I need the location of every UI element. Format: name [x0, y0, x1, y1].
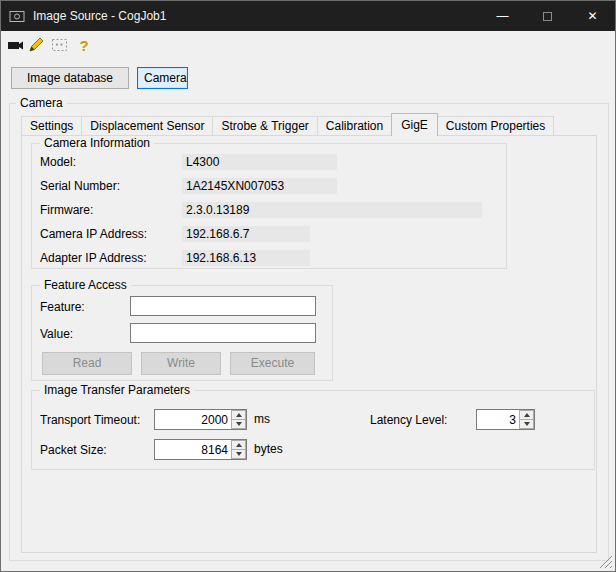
firmware-label: Firmware: [40, 202, 93, 218]
value-input[interactable] [130, 323, 316, 343]
transport-timeout-label: Transport Timeout: [40, 412, 140, 428]
spin-up-button[interactable] [231, 440, 246, 449]
camera-ip-value: 192.168.6.7 [182, 226, 310, 242]
adapter-ip-label: Adapter IP Address: [40, 250, 147, 266]
packet-size-label: Packet Size: [40, 442, 107, 458]
adapter-ip-value: 192.168.6.13 [182, 250, 310, 266]
transport-timeout-spinner[interactable]: 2000 [154, 409, 247, 430]
camera-information-title: Camera Information [40, 136, 154, 150]
packet-size-value[interactable]: 8164 [155, 440, 231, 459]
camera-information-group: Camera Information Model: L4300 Serial N… [31, 143, 507, 269]
model-value: L4300 [182, 154, 337, 170]
tab-gige[interactable]: GigE [391, 113, 438, 136]
close-button[interactable]: ✕ [570, 1, 615, 31]
packet-size-unit: bytes [254, 442, 283, 456]
spin-down-button[interactable] [231, 419, 246, 429]
maximize-button[interactable] [525, 1, 570, 31]
tab-strip: Settings Displacement Sensor Strobe & Tr… [21, 112, 553, 135]
value-label: Value: [40, 326, 73, 342]
latency-level-spin-buttons [519, 410, 534, 429]
window-title: Image Source - CogJob1 [33, 9, 166, 23]
maximize-icon [543, 12, 552, 21]
down-arrow-icon [236, 422, 242, 426]
packet-size-spin-buttons [231, 440, 246, 459]
spin-up-button[interactable] [519, 410, 534, 419]
tab-custom-properties[interactable]: Custom Properties [437, 116, 554, 135]
tab-settings[interactable]: Settings [21, 116, 82, 135]
help-icon[interactable]: ? [75, 37, 93, 53]
up-arrow-icon [524, 413, 530, 417]
up-arrow-icon [236, 413, 242, 417]
transport-timeout-value[interactable]: 2000 [155, 410, 231, 429]
tab-strobe-trigger[interactable]: Strobe & Trigger [212, 116, 317, 135]
titlebar[interactable]: Image Source - CogJob1 — ✕ [1, 1, 615, 31]
serial-number-value: 1A2145XN007053 [182, 178, 337, 194]
tab-calibration[interactable]: Calibration [317, 116, 392, 135]
minimize-button[interactable]: — [480, 1, 525, 31]
latency-level-label: Latency Level: [370, 412, 447, 428]
selection-grid-icon[interactable] [51, 37, 69, 53]
window-controls: — ✕ [480, 1, 615, 31]
edit-pencil-icon[interactable] [28, 37, 46, 53]
image-transfer-parameters-title: Image Transfer Parameters [40, 383, 194, 397]
image-database-button[interactable]: Image database [11, 67, 129, 89]
tab-displacement-sensor[interactable]: Displacement Sensor [81, 116, 213, 135]
transport-timeout-spin-buttons [231, 410, 246, 429]
latency-level-spinner[interactable]: 3 [476, 409, 535, 430]
camera-ip-label: Camera IP Address: [40, 226, 147, 242]
feature-input[interactable] [130, 296, 316, 316]
close-icon: ✕ [587, 9, 597, 23]
resize-grip[interactable] [599, 555, 613, 569]
up-arrow-icon [236, 443, 242, 447]
feature-access-title: Feature Access [40, 278, 131, 292]
spin-up-button[interactable] [231, 410, 246, 419]
model-label: Model: [40, 154, 76, 170]
camera-groupbox-label: Camera [16, 96, 67, 110]
down-arrow-icon [236, 452, 242, 456]
latency-level-value[interactable]: 3 [477, 410, 519, 429]
packet-size-spinner[interactable]: 8164 [154, 439, 247, 460]
image-transfer-parameters-group: Image Transfer Parameters Transport Time… [31, 390, 595, 470]
toolbar: ? [1, 31, 615, 59]
camera-button[interactable]: Camera [137, 67, 188, 89]
acquire-camera-icon[interactable] [7, 37, 25, 53]
spin-down-button[interactable] [231, 449, 246, 459]
minimize-icon: — [497, 10, 509, 22]
read-button[interactable]: Read [42, 352, 132, 375]
execute-button[interactable]: Execute [230, 352, 315, 375]
image-source-window: Image Source - CogJob1 — ✕ [0, 0, 616, 572]
feature-label: Feature: [40, 299, 85, 315]
serial-number-label: Serial Number: [40, 178, 120, 194]
spin-down-button[interactable] [519, 419, 534, 429]
transport-timeout-unit: ms [254, 412, 270, 426]
app-icon [9, 9, 25, 23]
feature-access-group: Feature Access Feature: Value: Read Writ… [31, 285, 333, 381]
down-arrow-icon [524, 422, 530, 426]
write-button[interactable]: Write [141, 352, 221, 375]
firmware-value: 2.3.0.13189 [182, 202, 482, 218]
